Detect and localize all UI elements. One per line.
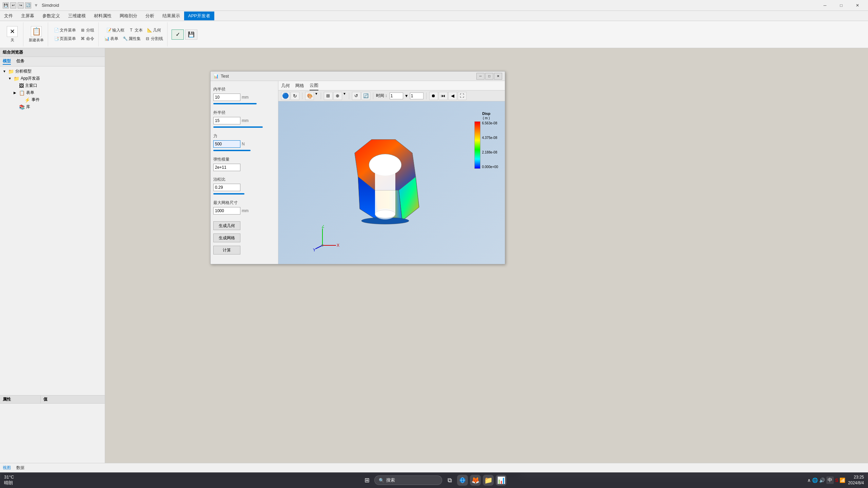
minimize-button[interactable]: ─ (817, 0, 833, 11)
menu-appdev[interactable]: APP开发者 (184, 12, 214, 20)
tree-library[interactable]: 📚 库 (12, 103, 103, 110)
outer-radius-input[interactable] (213, 117, 240, 124)
fullscreen-button[interactable]: ⛶ (458, 92, 467, 100)
reset-button[interactable]: ↺ (352, 92, 361, 100)
float-close[interactable]: ✕ (494, 73, 502, 80)
cmd-btn[interactable]: ⌘ 命令 (79, 35, 96, 42)
taskbar: 31°C 晴朗 ⊞ 🔍 搜索 ⧉ 🦊 📁 📊 ∧ 🌐 🔊 中 S 📶 (0, 472, 868, 488)
gen-mesh-button[interactable]: 生成网格 (213, 233, 240, 242)
redo-button[interactable]: ↪ (18, 2, 24, 8)
props-col-name: 属性 (0, 395, 41, 403)
geo-btn[interactable]: 📐 几何 (145, 27, 162, 34)
color-dropdown[interactable]: ▼ (315, 92, 318, 100)
fox-browser-icon[interactable]: 🦊 (470, 475, 481, 486)
tree-appdev[interactable]: ▼ 📁 App开发器 (7, 75, 103, 82)
save-button[interactable]: 💾 (3, 2, 9, 8)
tree-event[interactable]: ⚡ 事件 (18, 96, 103, 103)
menu-results[interactable]: 结果展示 (158, 12, 184, 20)
group-btn[interactable]: ⊞ 分组 (79, 27, 96, 34)
app-icon[interactable]: 📊 (496, 475, 507, 486)
status-tab-view[interactable]: 视图 (3, 465, 11, 471)
input-method-icon[interactable]: 中 (826, 476, 834, 484)
elastic-input[interactable] (213, 164, 240, 171)
outer-radius-row: 外半径 mm (213, 110, 275, 128)
browser-icon[interactable] (457, 475, 468, 486)
tree-mainwindow[interactable]: 🖼 主窗口 (12, 82, 103, 89)
perspective-button[interactable]: 🔵 (281, 92, 290, 100)
inner-radius-input[interactable] (213, 94, 240, 101)
chevron-up-icon[interactable]: ∧ (807, 477, 811, 483)
play-button[interactable]: ◀ (448, 92, 457, 100)
network-icon[interactable]: 🌐 (812, 477, 818, 483)
split-icon: ⊟ (145, 36, 150, 41)
page-menu-label: 页面菜单 (60, 36, 76, 42)
toolbar-row-5: ✓ 💾 (172, 29, 197, 40)
color-mode-button[interactable]: 🎨 (305, 92, 314, 100)
menu-analysis[interactable]: 分析 (141, 12, 158, 20)
split-btn[interactable]: ⊟ 分割线 (143, 35, 164, 42)
undo-button[interactable]: ↩ (10, 2, 16, 8)
tab-task[interactable]: 任务 (16, 58, 24, 65)
speaker-icon[interactable]: 🔊 (819, 477, 825, 483)
axes-button[interactable]: ⊕ (333, 92, 342, 100)
property-btn[interactable]: 🔧 属性集 (121, 35, 142, 42)
calc-button[interactable]: 计算 (213, 246, 240, 255)
tree-form[interactable]: ▶ 📋 表单 (12, 89, 103, 96)
svg-point-16 (321, 244, 323, 246)
time-max-input[interactable] (410, 93, 423, 99)
system-icons: ∧ 🌐 🔊 中 S 📶 (807, 476, 845, 484)
start-button[interactable]: ⊞ (361, 475, 372, 486)
gen-geo-button[interactable]: 生成几何 (213, 221, 240, 230)
inner-radius-slider[interactable] (213, 103, 257, 104)
save-file-button[interactable]: 💾 (185, 29, 197, 40)
poisson-input[interactable] (213, 184, 240, 191)
new-form-btn[interactable]: 📋 新建表单 (27, 25, 45, 44)
wifi-icon[interactable]: 📶 (840, 477, 845, 483)
menu-file[interactable]: 文件 (0, 12, 17, 20)
status-tab-data[interactable]: 数据 (16, 465, 24, 471)
tab-geo[interactable]: 几何 (281, 81, 290, 90)
menu-material[interactable]: 材料属性 (90, 12, 116, 20)
tab-cloud[interactable]: 云图 (310, 81, 318, 90)
rotate-button[interactable]: ↻ (291, 92, 299, 100)
page-menu-btn[interactable]: 📑 页面菜单 (52, 35, 77, 42)
tree-root[interactable]: ▼ 📁 分析模型 (1, 68, 103, 75)
clock[interactable]: 23:25 2024/8/4 (848, 474, 864, 486)
tab-model[interactable]: 模型 (3, 58, 11, 65)
refresh-button[interactable]: 🔄 (25, 2, 31, 8)
close-button[interactable]: ✕ (850, 0, 865, 11)
file-menu-btn[interactable]: 📄 文件菜单 (52, 27, 77, 34)
time-value-input[interactable] (390, 93, 403, 99)
run-button[interactable]: ✓ (172, 29, 184, 40)
maximize-button[interactable]: □ (833, 0, 849, 11)
search-bar[interactable]: 🔍 搜索 (374, 475, 442, 485)
svg-text:X: X (337, 243, 339, 248)
table-btn[interactable]: 📊 表单 (103, 35, 120, 42)
refresh-view-button[interactable]: 🔄 (361, 92, 370, 100)
menu-mesh[interactable]: 网格剖分 (116, 12, 141, 20)
close-btn[interactable]: ✕ 关 (4, 25, 20, 44)
file-explorer-icon[interactable]: 📁 (483, 475, 494, 486)
wireframe-button[interactable]: ⊞ (324, 92, 333, 100)
outer-radius-slider[interactable] (213, 126, 263, 128)
mesh-size-input[interactable] (213, 207, 240, 215)
menu-home[interactable]: 主屏幕 (17, 12, 38, 20)
app-title: Simdroid (42, 3, 59, 8)
float-maximize[interactable]: □ (485, 73, 493, 80)
axes-dropdown[interactable]: ▼ (343, 92, 346, 100)
poisson-slider[interactable] (213, 193, 244, 195)
svg-line-14 (316, 245, 322, 249)
text-btn[interactable]: T 文本 (127, 27, 144, 34)
menu-params[interactable]: 参数定义 (38, 12, 64, 20)
record-button[interactable]: ⏺ (429, 92, 438, 100)
prev-frame-button[interactable]: ⏮ (439, 92, 448, 100)
menu-3dmodel[interactable]: 三维建模 (64, 12, 90, 20)
taskview-button[interactable]: ⧉ (444, 475, 455, 486)
toolbar-row-2: 📑 页面菜单 ⌘ 命令 (52, 35, 96, 42)
float-minimize[interactable]: ─ (476, 73, 485, 80)
force-input[interactable] (213, 140, 240, 148)
tab-mesh[interactable]: 网格 (295, 81, 304, 90)
antivirus-icon[interactable]: S (835, 477, 838, 483)
force-slider[interactable] (213, 150, 251, 151)
input-btn[interactable]: 📝 输入框 (105, 27, 126, 34)
